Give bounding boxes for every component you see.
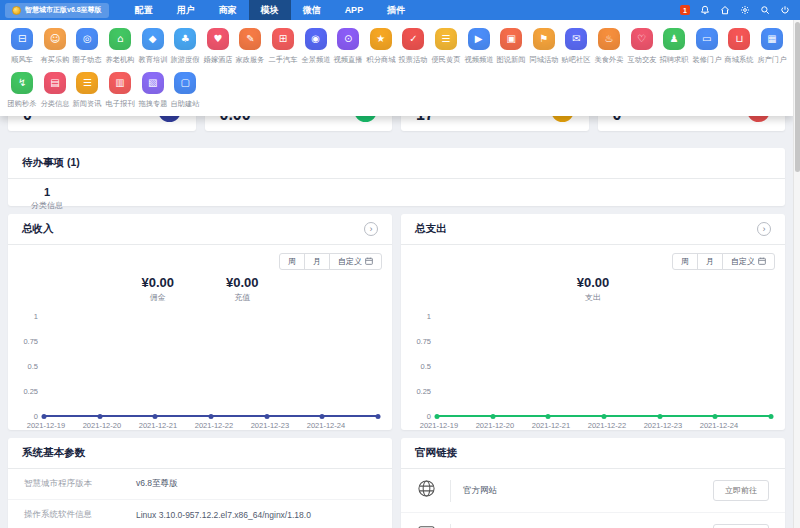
megamenu-item[interactable]: ✉ 贴吧社区 — [560, 28, 593, 65]
module-icon: ✓ — [402, 28, 424, 50]
chevron-right-icon[interactable]: › — [364, 222, 378, 236]
megamenu-item[interactable]: ▣ 图说新闻 — [495, 28, 528, 65]
megamenu-item[interactable]: ↯ 团购秒杀 — [6, 72, 39, 109]
megamenu-item[interactable]: ★ 积分商城 — [365, 28, 398, 65]
megamenu-item[interactable]: ⚑ 同城活动 — [528, 28, 561, 65]
x-tick: 2021-12-22 — [195, 421, 233, 430]
module-label: 同城活动 — [529, 55, 558, 65]
megamenu-item[interactable]: ♨ 美食外卖 — [593, 28, 626, 65]
range-week-button[interactable]: 周 — [279, 253, 305, 270]
y-tick: 1 — [18, 312, 38, 321]
vertical-scrollbar[interactable] — [793, 20, 800, 528]
megamenu-item[interactable]: ◉ 全景频道 — [299, 28, 332, 65]
expense-chart-header: 总支出 › — [401, 214, 785, 245]
module-icon: ▣ — [500, 28, 522, 50]
value-block: ¥0.00 佣金 — [141, 275, 174, 303]
module-label: 家政服务 — [236, 55, 265, 65]
app-logo[interactable]: 智慧城市正版v6.8至尊版 — [5, 3, 109, 18]
megamenu-item[interactable]: ♥ 婚嫁酒店 — [202, 28, 235, 65]
megamenu-item[interactable]: ▤ 分类信息 — [39, 72, 72, 109]
range-month-button[interactable]: 月 — [697, 253, 723, 270]
home-icon[interactable] — [719, 5, 730, 16]
module-label: 二手汽车 — [269, 55, 298, 65]
module-icon: ☺ — [44, 28, 66, 50]
module-label: 电子报刊 — [106, 99, 135, 109]
nav-item-users[interactable]: 用户 — [165, 0, 207, 20]
range-month-button[interactable]: 月 — [304, 253, 330, 270]
megamenu-item[interactable]: ✎ 家政服务 — [234, 28, 267, 65]
megamenu-item[interactable]: ⊙ 视频直播 — [332, 28, 365, 65]
modules-megamenu: ⊟ 顺风车 ☺ 有买乐购 ◎ 圈子动态 ⌂ 养老机构 ◆ 教育培训 — [0, 20, 793, 116]
income-chart-header: 总收入 › — [8, 214, 392, 245]
system-params-header: 系统基本参数 — [8, 438, 392, 469]
table-row: 操作系统软件信息 Linux 3.10.0-957.12.2.el7.x86_6… — [8, 500, 392, 528]
top-navbar: 智慧城市正版v6.8至尊版 配置 用户 商家 模块 微信 APP 插件 1 — [0, 0, 800, 20]
megamenu-item[interactable]: ☰ 便民黄页 — [430, 28, 463, 65]
nav-item-config[interactable]: 配置 — [123, 0, 165, 20]
x-tick: 2021-12-23 — [644, 421, 682, 430]
megamenu-item[interactable]: ♟ 招聘求职 — [658, 28, 691, 65]
site-links-panel: 官网链接 官方网站 立即前往 程序下载 立即前往 — [401, 438, 785, 528]
divider — [450, 480, 451, 502]
module-icon: ▢ — [174, 72, 196, 94]
scrollbar-thumb[interactable] — [795, 22, 800, 172]
megamenu-item[interactable]: ◎ 圈子动态 — [71, 28, 104, 65]
todo-header: 待办事项 (1) — [8, 148, 785, 179]
link-label: 官方网站 — [463, 485, 713, 497]
module-label: 有买乐购 — [40, 55, 69, 65]
megamenu-item[interactable]: ⌂ 养老机构 — [104, 28, 137, 65]
go-now-button[interactable]: 立即前往 — [713, 524, 769, 528]
power-icon[interactable] — [779, 5, 790, 16]
megamenu-item[interactable]: ☺ 有买乐购 — [39, 28, 72, 65]
x-tick: 2021-12-24 — [700, 421, 738, 430]
megamenu-item[interactable]: ✓ 投票活动 — [397, 28, 430, 65]
megamenu-item[interactable]: ▢ 自助建站 — [169, 72, 202, 109]
x-tick: 2021-12-22 — [588, 421, 626, 430]
chevron-right-icon[interactable]: › — [757, 222, 771, 236]
module-label: 招聘求职 — [660, 55, 689, 65]
nav-item-modules[interactable]: 模块 — [249, 0, 291, 20]
megamenu-item[interactable]: ♡ 互动交友 — [625, 28, 658, 65]
module-label: 养老机构 — [106, 55, 135, 65]
megamenu-item[interactable]: ▧ 拖拽专题 — [136, 72, 169, 109]
expense-chart-panel: 总支出 › 周 月 自定义 ¥0.00 支出 10.750.50.250 202… — [401, 214, 785, 430]
megamenu-item[interactable]: ☰ 新闻资讯 — [71, 72, 104, 109]
megamenu-item[interactable]: ▥ 电子报刊 — [104, 72, 137, 109]
commission-amount: ¥0.00 — [141, 275, 174, 290]
todo-body[interactable]: 1 分类信息 — [8, 179, 785, 218]
nav-item-plugins[interactable]: 插件 — [375, 0, 417, 20]
go-now-button[interactable]: 立即前往 — [713, 480, 769, 501]
megamenu-item[interactable]: ◆ 教育培训 — [136, 28, 169, 65]
module-label: 互动交友 — [627, 55, 656, 65]
module-icon: ♟ — [663, 28, 685, 50]
nav-item-app[interactable]: APP — [333, 0, 376, 20]
param-label: 操作系统软件信息 — [24, 509, 136, 521]
navbar-actions: 1 — [680, 5, 800, 16]
param-value: v6.8至尊版 — [136, 478, 178, 490]
megamenu-item[interactable]: ♣ 旅游度假 — [169, 28, 202, 65]
expense-range-bar: 周 月 自定义 — [401, 245, 785, 270]
recharge-amount: ¥0.00 — [226, 275, 259, 290]
search-icon[interactable] — [759, 5, 770, 16]
nav-item-wechat[interactable]: 微信 — [291, 0, 333, 20]
megamenu-item[interactable]: ⊔ 商城系统 — [723, 28, 756, 65]
module-icon: ★ — [370, 28, 392, 50]
range-custom-button[interactable]: 自定义 — [329, 253, 382, 270]
megamenu-item[interactable]: ▭ 装修门户 — [690, 28, 723, 65]
megamenu-item[interactable]: ⊟ 顺风车 — [6, 28, 39, 65]
megamenu-item[interactable]: ▶ 视频频道 — [462, 28, 495, 65]
range-week-button[interactable]: 周 — [672, 253, 698, 270]
megamenu-item[interactable]: ▦ 房产门户 — [756, 28, 789, 65]
gear-icon[interactable] — [739, 5, 750, 16]
range-custom-button[interactable]: 自定义 — [722, 253, 775, 270]
bell-icon[interactable] — [699, 5, 710, 16]
module-icon: ⊙ — [337, 28, 359, 50]
table-row: 智慧城市程序版本 v6.8至尊版 — [8, 469, 392, 500]
megamenu-item[interactable]: ⊞ 二手汽车 — [267, 28, 300, 65]
module-icon: ♨ — [598, 28, 620, 50]
x-tick: 2021-12-21 — [139, 421, 177, 430]
nav-item-merchants[interactable]: 商家 — [207, 0, 249, 20]
income-values: ¥0.00 佣金 ¥0.00 充值 — [8, 275, 392, 303]
link-row: 程序下载 立即前往 — [401, 513, 785, 528]
module-label: 全景频道 — [301, 55, 330, 65]
